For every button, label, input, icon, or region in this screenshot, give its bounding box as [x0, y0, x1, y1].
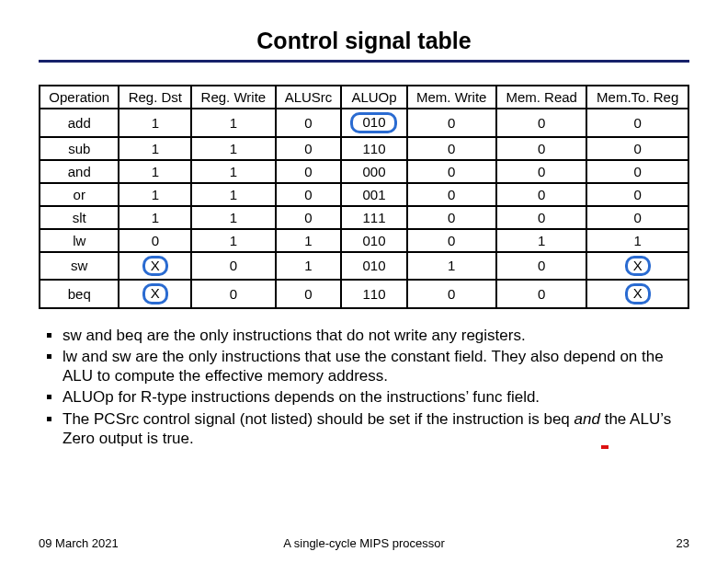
th-memwrite: Mem. Write	[407, 86, 496, 109]
footer: 09 March 2021 A single-cycle MIPS proces…	[39, 536, 689, 550]
list-item: The PCSrc control signal (not listed) sh…	[63, 409, 689, 449]
table-row: slt110111000	[40, 206, 688, 229]
control-signal-table: Operation Reg. Dst Reg. Write ALUSrc ALU…	[39, 85, 689, 309]
th-aluop: ALUOp	[341, 86, 406, 109]
table-row: sw X 0101010 X	[40, 252, 688, 281]
annotation-beq-dst: X	[142, 283, 168, 304]
list-item: sw and beq are the only instructions tha…	[63, 326, 689, 345]
table-row: add 1 1 0 010 0 0 0	[40, 109, 688, 137]
table-row: and110000000	[40, 160, 688, 183]
th-regwrite: Reg. Write	[191, 86, 275, 109]
table-row: beq X 0011000 X	[40, 280, 688, 308]
footer-center: A single-cycle MIPS processor	[39, 536, 689, 550]
list-item: ALUOp for R-type instructions depends on…	[63, 387, 689, 407]
page-title: Control signal table	[39, 28, 689, 54]
annotation-sw-dst: X	[142, 256, 168, 277]
annotation-sw-m2r: X	[625, 256, 651, 277]
th-regdst: Reg. Dst	[119, 86, 191, 109]
table-row: or110001000	[40, 183, 688, 206]
th-alusrc: ALUSrc	[276, 86, 342, 109]
table-row: sub110110000	[40, 137, 688, 160]
table-row: lw011010011	[40, 229, 688, 252]
th-memtoreg: Mem.To. Reg	[586, 86, 688, 109]
annotation-aluop-add: 010	[350, 112, 397, 133]
th-operation: Operation	[40, 86, 119, 109]
list-item: lw and sw are the only instructions that…	[63, 347, 689, 386]
annotation-beq-m2r: X	[625, 283, 651, 304]
th-memread: Mem. Read	[496, 86, 587, 109]
notes-list: sw and beq are the only instructions tha…	[39, 326, 689, 449]
title-rule	[39, 60, 689, 63]
